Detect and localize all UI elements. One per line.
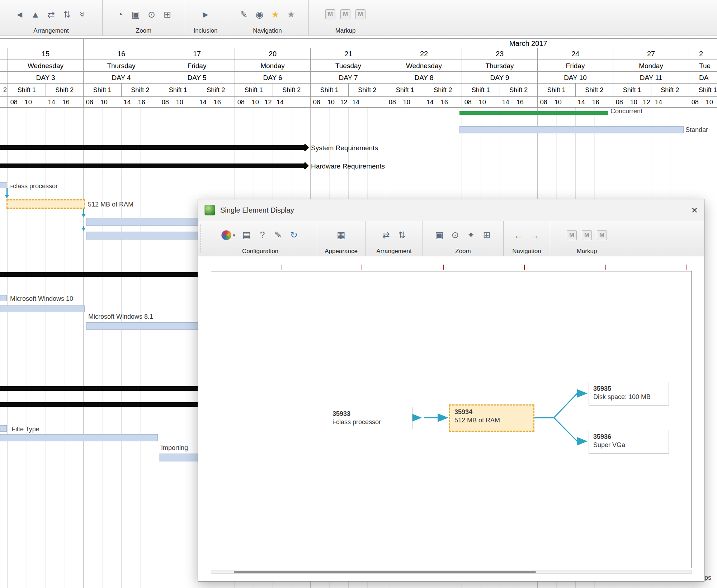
i-class-processor-bar[interactable] [0,182,7,188]
zoom-fit-icon[interactable]: ⊞ [162,8,173,20]
close-icon[interactable]: × [691,205,698,215]
zoom-region-icon[interactable]: ▣ [131,8,141,20]
collapse-all-icon[interactable]: » [77,9,89,20]
toolbar-icon-row: ◔▣⊙⊞ [104,2,183,27]
hour-label: 12 [643,97,650,108]
diagram-node-35935[interactable]: 35935Disk space: 100 MB [589,382,669,406]
dialog-title: Single Element Display [220,206,294,214]
diagram-node-35936[interactable]: 35936Super VGa [589,430,669,454]
shift1-label: Shift 1 [159,84,197,96]
bookmark-gray-icon[interactable]: ★ [286,8,297,20]
weekday-cell: Friday [537,60,613,72]
markup-copy-icon[interactable]: M [582,230,592,240]
shift-cell: Shift 1Shift 2 [159,84,235,97]
diagram-canvas[interactable]: 35933i-class processor35934512 MB of RAM… [211,271,692,568]
timeline-day-2: 2TueDAShift 10810 [689,48,717,108]
summary-bar[interactable] [0,402,198,407]
markup-doc-icon[interactable]: M [325,9,335,19]
windows81-bar[interactable] [86,322,198,330]
summary-bar[interactable] [0,386,198,391]
navigate-forward-icon[interactable]: → [529,229,540,241]
shift1-label: Shift 1 [538,84,575,96]
date-cell: 20 [235,48,310,60]
daynumber-cell: DA [689,72,717,84]
dependency-arrow [5,188,9,198]
task-bar[interactable] [0,305,85,312]
netronic-logo-icon[interactable] [221,230,231,240]
filte-type-bar[interactable] [0,425,7,432]
appearance-grid-icon[interactable]: ▦ [336,229,346,241]
windows10-bar[interactable] [0,295,7,301]
ram-selected-bar[interactable] [6,199,85,209]
shift-cell: Shift 1Shift 2 [8,84,83,97]
toolbar-icon-row: ▾▤?✎↻ [205,223,315,247]
magnifier-icon[interactable]: ⊙ [146,8,157,20]
hardware-requirements-summary-bar[interactable] [0,163,304,168]
unlink-tasks-icon[interactable]: ▲ [30,8,41,20]
month-divider [83,39,84,48]
hours-cell: 08101416 [83,97,159,108]
refresh-icon[interactable]: ↻ [289,229,299,241]
hour-label: 08 [313,97,320,108]
date-cell: 23 [462,48,537,60]
shift-label: 2 [3,84,7,96]
task-bar[interactable] [0,434,158,441]
zoom-lock-icon[interactable]: ✦ [466,229,476,241]
toolbar-group-label: Arrangement [1,27,101,34]
importing-bar[interactable] [159,454,198,461]
hours-cell: 08101416 [386,97,462,108]
system-requirements-summary-bar[interactable] [0,145,304,150]
dropdown-arrow-icon[interactable]: ▾ [232,229,236,241]
align-middle-icon[interactable]: ⇅ [397,229,407,241]
hour-label: 10 [25,97,32,108]
diagram-node-35934[interactable]: 35934512 MB of RAM [449,404,534,432]
node-help-icon[interactable]: ? [257,229,268,241]
markup-doc-icon[interactable]: M [567,230,577,240]
standard-bar[interactable] [459,126,684,133]
concurrent-bar[interactable] [459,111,608,115]
layout-doc-icon[interactable]: ▤ [241,229,252,241]
time-scale-icon[interactable]: ◔ [115,8,126,20]
link-tasks-icon[interactable]: ◄ [14,8,25,20]
shift1-label: Shift 1 [462,84,500,96]
dependency-arrowhead [5,195,9,198]
edit-mode-icon[interactable]: ✎ [239,8,249,20]
task-bar[interactable] [86,232,198,240]
diagram-node-35933[interactable]: 35933i-class processor [328,407,412,429]
weekday-cell: Thursday [462,60,537,72]
toolbar-group-label: Appearance [319,247,364,255]
align-middle-icon[interactable]: ⇅ [62,8,72,20]
weekday-cell: Thursday [83,60,159,72]
magnifier-icon[interactable]: ⊙ [450,229,461,241]
dependency-arrowhead [81,228,86,231]
task-bar[interactable] [86,218,198,226]
toolbar-icon-row: MMM [310,2,381,27]
markup-doc2-icon[interactable]: M [597,230,607,240]
include-element-icon[interactable]: ► [200,8,211,20]
markup-doc2-icon[interactable]: M [355,9,365,19]
horizontal-scrollbar[interactable] [211,570,692,574]
hour-label: 16 [516,97,524,108]
scrollbar-thumb[interactable] [234,571,536,573]
hour-label: 14 [352,97,359,108]
bookmark-filled-icon[interactable]: ★ [270,8,281,20]
dialog-titlebar[interactable]: Single Element Display × [198,199,704,221]
date-cell: 16 [83,48,159,60]
show-relations-icon[interactable]: ⇄ [46,8,57,20]
daynumber-cell: DAY 7 [310,72,386,84]
navigate-back-icon[interactable]: ← [514,229,524,241]
markup-copy-icon[interactable]: M [340,9,350,19]
summary-end-marker [301,162,309,169]
zoom-fit-icon[interactable]: ⊞ [481,229,492,241]
zoom-region-icon[interactable]: ▣ [434,229,445,241]
edit-pen-icon[interactable]: ✎ [273,229,284,241]
bar-label: ps [704,574,711,582]
shift2-label: Shift 2 [424,84,462,96]
toolbar-group-zoom: ▣⊙✦⊞Zoom [423,221,503,256]
summary-bar[interactable] [0,272,198,277]
weekday-cell: Wednesday [8,60,83,72]
show-relations-icon[interactable]: ⇄ [381,229,392,241]
timeline-day-23: 23ThursdayDAY 9Shift 1Shift 208101416 [462,48,537,108]
view-mode-icon[interactable]: ◉ [254,8,265,20]
hours-cell [0,97,8,108]
